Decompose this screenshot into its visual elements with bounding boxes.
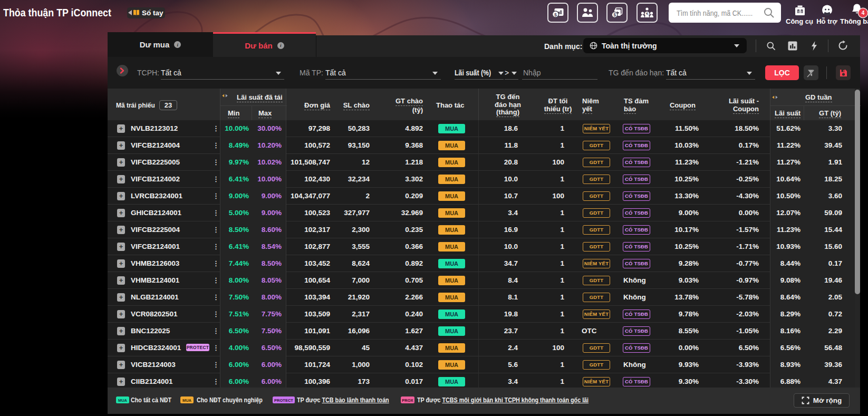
svg-text:$: $ <box>613 12 616 17</box>
svg-text:$: $ <box>554 12 556 17</box>
